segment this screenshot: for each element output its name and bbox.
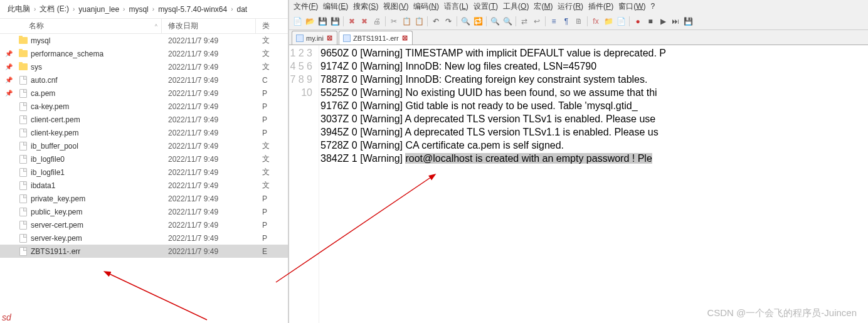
- column-type-header[interactable]: 类: [256, 19, 288, 33]
- file-row[interactable]: ib_buffer_pool2022/11/7 9:49文: [0, 139, 288, 152]
- menu-item[interactable]: 编辑(E): [321, 1, 350, 13]
- file-row[interactable]: ib_logfile12022/11/7 9:49文: [0, 166, 288, 179]
- menu-item[interactable]: 设置(T): [472, 1, 500, 13]
- play-multi-icon[interactable]: ⏭: [670, 16, 681, 27]
- print-icon[interactable]: 🖨: [371, 16, 383, 27]
- menu-item[interactable]: 视图(V): [381, 1, 410, 13]
- editor-tab[interactable]: my.ini⊠: [292, 31, 337, 45]
- menu-item[interactable]: 文件(F): [292, 1, 320, 13]
- file-type: P: [256, 102, 288, 111]
- file-row[interactable]: client-key.pem2022/11/7 9:49P: [0, 126, 288, 139]
- file-type: 文: [256, 167, 288, 177]
- indent-icon[interactable]: ≡: [548, 16, 559, 27]
- column-name-header[interactable]: 名称 ^: [0, 19, 162, 33]
- file-row[interactable]: private_key.pem2022/11/7 9:49P: [0, 192, 288, 205]
- toolbar-separator: [457, 16, 457, 26]
- file-date: 2022/11/7 9:49: [162, 181, 256, 190]
- replace-icon[interactable]: 🔁: [472, 16, 484, 27]
- play-icon[interactable]: ▶: [657, 16, 669, 27]
- save-icon[interactable]: 💾: [317, 16, 328, 27]
- file-row[interactable]: mysql2022/11/7 9:49文: [0, 34, 288, 47]
- menu-item[interactable]: 宏(M): [532, 1, 554, 13]
- sync-icon[interactable]: ⇄: [519, 16, 530, 27]
- file-row[interactable]: ZBTS1911-.err2022/11/7 9:49E: [0, 245, 288, 258]
- undo-icon[interactable]: ↶: [430, 16, 442, 27]
- menu-item[interactable]: 工具(O): [501, 1, 531, 13]
- file-row[interactable]: server-key.pem2022/11/7 9:49P: [0, 231, 288, 245]
- editor-tab[interactable]: ZBTS1911-.err⊠: [339, 31, 413, 45]
- breadcrumb-item[interactable]: mysql: [126, 5, 151, 14]
- redo-icon[interactable]: ↷: [443, 16, 454, 27]
- paste-icon[interactable]: 📋: [413, 16, 425, 27]
- new-file-icon[interactable]: 📄: [292, 16, 303, 27]
- file-row[interactable]: ca-key.pem2022/11/7 9:49P: [0, 100, 288, 113]
- file-row[interactable]: client-cert.pem2022/11/7 9:49P: [0, 113, 288, 126]
- zoom-out-icon[interactable]: 🔍: [502, 16, 513, 27]
- file-date: 2022/11/7 9:49: [162, 102, 256, 111]
- cut-icon[interactable]: ✂: [388, 16, 400, 27]
- menu-item[interactable]: ?: [648, 1, 657, 11]
- file-type: C: [256, 76, 288, 85]
- breadcrumb-item[interactable]: yuanjun_lee: [76, 5, 122, 14]
- breadcrumb-item[interactable]: mysql-5.7.40-winx64: [156, 5, 230, 14]
- file-date: 2022/11/7 9:49: [162, 168, 256, 177]
- find-icon[interactable]: 🔍: [460, 16, 471, 27]
- zoom-in-icon[interactable]: 🔍: [489, 16, 500, 27]
- menu-item[interactable]: 语言(L): [442, 1, 470, 13]
- copy-icon[interactable]: 📋: [401, 16, 412, 27]
- tab-bar[interactable]: my.ini⊠ZBTS1911-.err⊠: [289, 30, 868, 45]
- file-row[interactable]: 📌auto.cnf2022/11/7 9:49C: [0, 73, 288, 87]
- guides-icon[interactable]: ¶: [561, 16, 572, 27]
- close-icon[interactable]: ✖: [346, 16, 357, 27]
- column-date-header[interactable]: 修改日期: [162, 19, 256, 33]
- file-row[interactable]: server-cert.pem2022/11/7 9:49P: [0, 218, 288, 231]
- col-date-label: 修改日期: [168, 21, 198, 31]
- breadcrumb-item[interactable]: 此电脑: [5, 4, 33, 14]
- save-macro-icon[interactable]: 💾: [682, 16, 694, 27]
- code-editor[interactable]: 1 2 3 4 5 6 7 8 9 10 9650Z 0 [Warning] T…: [289, 45, 868, 323]
- breadcrumb[interactable]: 此电脑›文档 (E:)›yuanjun_lee›mysql›mysql-5.7.…: [0, 0, 288, 19]
- stop-icon[interactable]: ■: [645, 16, 656, 27]
- file-row[interactable]: 📌ca.pem2022/11/7 9:49P: [0, 87, 288, 100]
- file-type: E: [256, 247, 288, 256]
- file-row[interactable]: ib_logfile02022/11/7 9:49文: [0, 152, 288, 166]
- toolbar[interactable]: 📄📂💾💾✖✖🖨✂📋📋↶↷🔍🔁🔍🔍⇄↩≡¶🗎fx📁📄●■▶⏭💾: [289, 13, 868, 30]
- record-icon[interactable]: ●: [632, 16, 643, 27]
- menu-item[interactable]: 运行(R): [556, 1, 585, 13]
- wrap-icon[interactable]: ↩: [531, 16, 542, 27]
- menu-item[interactable]: 插件(P): [586, 1, 615, 13]
- close-all-icon[interactable]: ✖: [359, 16, 370, 27]
- toolbar-separator: [516, 16, 516, 26]
- file-name: ZBTS1911-.err: [29, 247, 162, 256]
- watermark: CSDN @一个会飞的程序员-Juincen: [707, 307, 857, 319]
- toolbar-separator: [427, 16, 428, 26]
- file-type: P: [256, 129, 288, 137]
- file-row[interactable]: 📌sys2022/11/7 9:49文: [0, 60, 288, 73]
- file-list[interactable]: mysql2022/11/7 9:49文📌performance_schema2…: [0, 34, 288, 323]
- file-row[interactable]: ibdata12022/11/7 9:49文: [0, 179, 288, 192]
- file-row[interactable]: 📌performance_schema2022/11/7 9:49文: [0, 47, 288, 60]
- save-all-icon[interactable]: 💾: [329, 16, 341, 27]
- toolbar-separator: [343, 16, 344, 26]
- open-icon[interactable]: 📂: [304, 16, 315, 27]
- file-row[interactable]: public_key.pem2022/11/7 9:49P: [0, 205, 288, 218]
- menu-item[interactable]: 编码(N): [411, 1, 441, 13]
- doc-icon[interactable]: 📄: [615, 16, 627, 27]
- breadcrumb-item[interactable]: dat: [235, 5, 250, 14]
- close-icon[interactable]: ⊠: [326, 34, 333, 42]
- line-gutter: 1 2 3 4 5 6 7 8 9 10: [289, 45, 319, 323]
- folder-icon[interactable]: 📁: [603, 16, 614, 27]
- menu-item[interactable]: 窗口(W): [617, 1, 647, 13]
- col-type-label: 类: [262, 21, 270, 31]
- menu-item[interactable]: 搜索(S): [351, 1, 380, 13]
- code-area[interactable]: 9650Z 0 [Warning] TIMESTAMP with implici…: [319, 45, 868, 323]
- file-date: 2022/11/7 9:49: [162, 208, 256, 216]
- close-icon[interactable]: ⊠: [401, 34, 408, 42]
- file-type: P: [256, 115, 288, 124]
- breadcrumb-item[interactable]: 文档 (E:): [37, 4, 71, 14]
- file-date: 2022/11/7 9:49: [162, 63, 256, 71]
- func-icon[interactable]: fx: [590, 16, 601, 27]
- menubar[interactable]: 文件(F)编辑(E)搜索(S)视图(V)编码(N)语言(L)设置(T)工具(O)…: [289, 0, 868, 13]
- lang-icon[interactable]: 🗎: [573, 16, 585, 27]
- column-headers[interactable]: 名称 ^ 修改日期 类: [0, 19, 288, 34]
